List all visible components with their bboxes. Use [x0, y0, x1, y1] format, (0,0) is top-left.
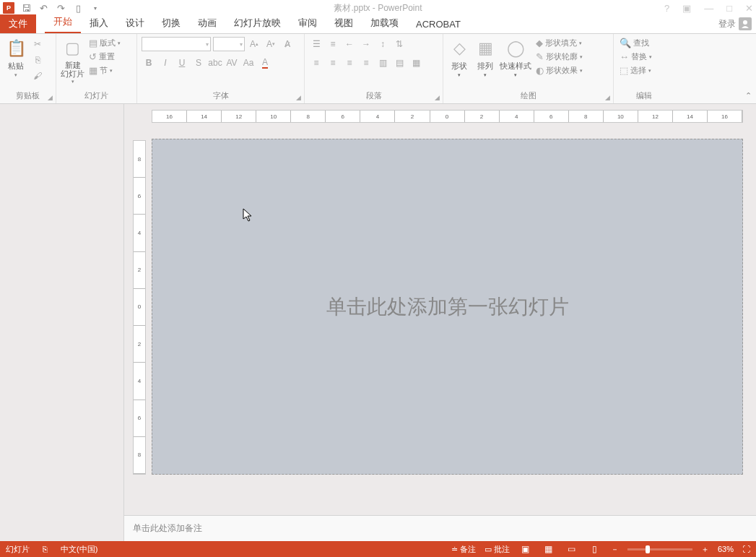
font-color-icon[interactable]: A [258, 56, 272, 70]
tab-review[interactable]: 审阅 [290, 14, 326, 33]
editing-group-label: 编辑 [636, 91, 652, 100]
align-text-icon[interactable]: ▤ [392, 56, 407, 70]
drawing-dialog-launcher[interactable]: ◢ [605, 94, 610, 101]
status-slide[interactable]: 幻灯片 [6, 544, 30, 555]
save-icon[interactable]: 🖫 [20, 2, 32, 14]
arrange-button[interactable]: ▦排列▾ [474, 37, 497, 90]
tab-file[interactable]: 文件 [0, 14, 36, 33]
outline-icon: ✎ [536, 51, 544, 62]
grow-font-icon[interactable]: A▴ [247, 37, 261, 51]
char-spacing-icon[interactable]: AV [225, 56, 239, 70]
justify-icon[interactable]: ≡ [359, 56, 373, 70]
strikethrough-button[interactable]: S [191, 56, 206, 70]
quick-style-button[interactable]: ◯快速样式▾ [500, 37, 531, 90]
shapes-button[interactable]: ◇形状▾ [448, 37, 471, 90]
new-slide-button[interactable]: ▢ 新建 幻灯片 ▾ [61, 37, 84, 90]
shape-effects-button[interactable]: ◐形状效果▾ [534, 64, 584, 77]
qat-dropdown-icon[interactable]: ▾ [90, 2, 101, 14]
slideshow-view-icon[interactable]: ▯ [588, 543, 602, 555]
align-center-icon[interactable]: ≡ [326, 56, 340, 70]
avatar-icon[interactable] [739, 17, 752, 30]
line-spacing-icon[interactable]: ↕ [375, 37, 390, 51]
zoom-slider[interactable] [627, 548, 692, 550]
start-slideshow-icon[interactable]: ▯ [72, 2, 84, 14]
account-label[interactable]: 登录 [718, 18, 736, 30]
maximize-icon[interactable]: □ [726, 3, 732, 14]
clipboard-group-label: 剪贴板 [16, 91, 40, 100]
zoom-out-button[interactable]: － [611, 544, 619, 555]
reading-view-icon[interactable]: ▭ [565, 543, 579, 555]
columns-icon[interactable]: ▥ [375, 56, 390, 70]
sorter-view-icon[interactable]: ▦ [542, 543, 556, 555]
close-icon[interactable]: ✕ [745, 3, 753, 14]
find-icon: 🔍 [620, 38, 631, 48]
numbering-icon[interactable]: ≡ [326, 37, 340, 51]
shadow-button[interactable]: abc [208, 56, 222, 70]
zoom-label[interactable]: 63% [718, 545, 734, 553]
paste-button[interactable]: 📋 粘贴 ▾ [4, 37, 27, 90]
align-left-icon[interactable]: ≡ [309, 56, 323, 70]
zoom-in-button[interactable]: ＋ [701, 544, 709, 555]
spellcheck-icon[interactable]: ⎘ [43, 545, 48, 553]
reset-icon: ↺ [89, 51, 97, 62]
layout-button[interactable]: ▤版式▾ [87, 37, 122, 49]
first-slide-placeholder: 单击此处添加第一张幻灯片 [326, 293, 569, 321]
thumbnail-pane[interactable] [0, 104, 124, 541]
paste-label: 粘贴 [8, 61, 24, 72]
smartart-icon[interactable]: ▦ [409, 56, 423, 70]
tab-animations[interactable]: 动画 [189, 14, 225, 33]
cut-icon[interactable]: ✂ [30, 37, 45, 51]
select-icon: ⬚ [620, 65, 628, 76]
minimize-icon[interactable]: — [704, 3, 713, 14]
help-icon[interactable]: ? [664, 3, 669, 14]
format-painter-icon[interactable]: 🖌 [30, 69, 45, 83]
copy-icon[interactable]: ⎘ [30, 53, 45, 67]
italic-button[interactable]: I [158, 56, 173, 70]
undo-icon[interactable]: ↶ [38, 2, 49, 14]
reset-button[interactable]: ↺重置 [87, 51, 116, 63]
tab-transitions[interactable]: 切换 [153, 14, 189, 33]
horizontal-ruler: 1614121086420246810121416 [152, 110, 743, 123]
window-title: 素材.pptx - PowerPoint [0, 2, 756, 14]
tab-home[interactable]: 开始 [45, 13, 81, 33]
select-button[interactable]: ⬚选择▾ [618, 64, 653, 77]
align-right-icon[interactable]: ≡ [342, 56, 357, 70]
collapse-ribbon-icon[interactable]: ⌃ [745, 91, 752, 100]
paragraph-dialog-launcher[interactable]: ◢ [435, 94, 440, 101]
replace-button[interactable]: ↔替换▾ [618, 51, 653, 63]
font-family-select[interactable]: ▾ [142, 37, 211, 51]
normal-view-icon[interactable]: ▣ [518, 543, 533, 555]
notes-pane[interactable]: 单击此处添加备注 [124, 515, 756, 541]
font-size-select[interactable]: ▾ [213, 37, 245, 51]
shape-outline-button[interactable]: ✎形状轮廓▾ [534, 51, 584, 63]
fit-window-icon[interactable]: ⛶ [742, 545, 750, 553]
bullets-icon[interactable]: ☰ [309, 37, 323, 51]
bold-button[interactable]: B [142, 56, 156, 70]
tab-view[interactable]: 视图 [326, 14, 362, 33]
decrease-indent-icon[interactable]: ← [342, 37, 357, 51]
notes-placeholder: 单击此处添加备注 [133, 523, 202, 533]
ribbon-options-icon[interactable]: ▣ [682, 3, 691, 14]
find-button[interactable]: 🔍查找 [618, 37, 651, 49]
increase-indent-icon[interactable]: → [359, 37, 373, 51]
shape-fill-button[interactable]: ◆形状填充▾ [534, 37, 583, 49]
underline-button[interactable]: U [175, 56, 189, 70]
tab-acrobat[interactable]: ACROBAT [407, 17, 469, 33]
tab-addins[interactable]: 加载项 [362, 14, 407, 33]
tab-slideshow[interactable]: 幻灯片放映 [225, 14, 290, 33]
font-dialog-launcher[interactable]: ◢ [296, 94, 301, 101]
slide-canvas[interactable]: 单击此处添加第一张幻灯片 [152, 139, 743, 475]
status-language[interactable]: 中文(中国) [61, 544, 97, 555]
layout-icon: ▤ [89, 38, 97, 48]
shrink-font-icon[interactable]: A▾ [264, 37, 278, 51]
tab-design[interactable]: 设计 [117, 14, 153, 33]
change-case-icon[interactable]: Aa [241, 56, 256, 70]
text-direction-icon[interactable]: ⇅ [392, 37, 407, 51]
clear-format-icon[interactable]: A̷ [280, 37, 295, 51]
section-button[interactable]: ▦节▾ [87, 64, 114, 77]
status-notes-button[interactable]: ≐ 备注 [451, 544, 476, 555]
tab-insert[interactable]: 插入 [81, 14, 117, 33]
redo-icon[interactable]: ↷ [55, 2, 66, 14]
clipboard-dialog-launcher[interactable]: ◢ [48, 94, 53, 101]
status-comments-button[interactable]: ▭ 批注 [485, 544, 510, 555]
